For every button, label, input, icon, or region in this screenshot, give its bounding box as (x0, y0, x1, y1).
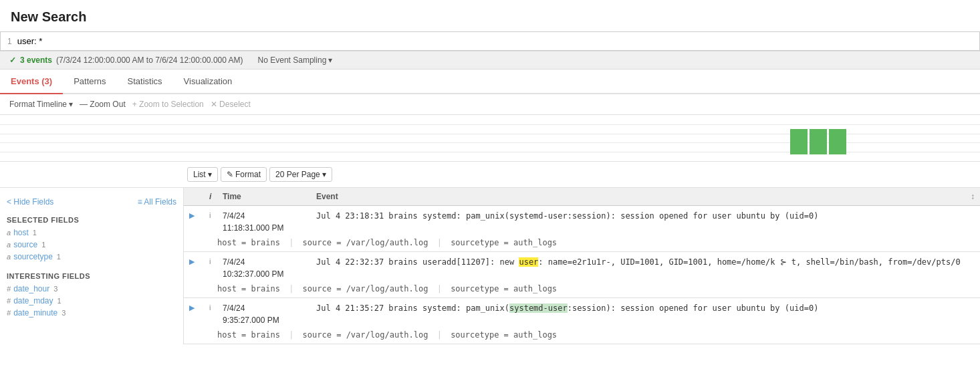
hide-fields-button[interactable]: < Hide Fields (7, 197, 53, 207)
field-name-source[interactable]: source (13, 240, 37, 249)
event-row-main-3: ▶ i 7/4/24 9:35:27.000 PM Jul 4 21:35:27… (184, 298, 980, 330)
event-text-post-3: :session): session opened for user ubunt… (568, 303, 819, 313)
sampling-label: No Event Sampling (258, 55, 327, 65)
row-event-text-1: Jul 4 23:18:31 brains systemd: pam_unix(… (316, 210, 975, 222)
zoom-to-selection-label: + Zoom to Selection (132, 100, 204, 109)
format-label: ✎ Format (227, 170, 261, 179)
field-name-host[interactable]: host (13, 228, 29, 237)
expand-row-1-button[interactable]: ▶ (189, 210, 209, 220)
row-time-2: 7/4/24 10:32:37.000 PM (223, 256, 316, 280)
row-time-1: 7/4/24 11:18:31.000 PM (223, 210, 316, 234)
field-item-host: a host 1 (0, 227, 183, 239)
meta-sep: | (437, 330, 442, 340)
tab-visualization[interactable]: Visualization (173, 70, 243, 94)
search-input[interactable] (17, 36, 973, 46)
tab-statistics[interactable]: Statistics (117, 70, 173, 94)
format-button[interactable]: ✎ Format (221, 167, 267, 182)
table-row: ▶ i 7/4/24 11:18:31.000 PM Jul 4 23:18:3… (184, 206, 980, 252)
meta-sep: | (437, 284, 442, 293)
selected-fields-label: SELECTED FIELDS (0, 212, 183, 227)
result-bar: ✓ 3 events (7/3/24 12:00:00.000 AM to 7/… (0, 51, 980, 70)
format-timeline-label: Format Timeline (9, 100, 67, 109)
field-count-source: 1 (41, 241, 45, 249)
meta-sep: | (437, 238, 442, 247)
th-time: Time (223, 192, 316, 201)
page-title: New Search (0, 0, 980, 31)
per-page-label: 20 Per Page (275, 170, 320, 179)
field-name-sourcetype[interactable]: sourcetype (13, 252, 53, 261)
zoom-to-selection-button[interactable]: + Zoom to Selection (132, 100, 204, 109)
event-highlight-3: systemd-user (509, 303, 568, 313)
sampling-chevron-icon: ▾ (328, 55, 332, 65)
field-item-date-minute: # date_minute 3 (0, 307, 183, 319)
field-item-source: a source 1 (0, 239, 183, 251)
field-count-host: 1 (33, 229, 37, 237)
search-bar: 1 (0, 31, 980, 51)
expand-row-3-button[interactable]: ▶ (189, 302, 209, 312)
deselect-label: ✕ Deselect (211, 100, 251, 109)
field-item-sourcetype: a sourcetype 1 (0, 251, 183, 263)
timeline-bar-2 (810, 129, 827, 154)
result-range: (7/3/24 12:00:00.000 AM to 7/6/24 12:00:… (56, 55, 243, 65)
field-name-date-minute[interactable]: date_minute (13, 308, 57, 318)
per-page-button[interactable]: 20 Per Page ▾ (269, 167, 332, 182)
field-count-date-mday: 1 (57, 297, 62, 305)
row-meta-3: host = brains | source = /var/log/auth.l… (184, 330, 980, 344)
event-text-post-2: : name=e2r1u1r-, UID=1001, GID=1001, hom… (538, 257, 960, 267)
row-info-icon-1: i (209, 210, 223, 219)
field-type-source: a (7, 241, 11, 249)
expand-row-2-button[interactable]: ▶ (189, 256, 209, 266)
row-meta-1: host = brains | source = /var/log/auth.l… (184, 238, 980, 251)
timeline-bars (790, 129, 846, 154)
event-row-main-2: ▶ i 7/4/24 10:32:37.000 PM Jul 4 22:32:3… (184, 252, 980, 284)
field-type-date-minute: # (7, 309, 11, 317)
event-text-pre-2: Jul 4 22:32:37 brains useradd[11207]: ne… (316, 257, 519, 267)
timeline-bar-3 (829, 129, 846, 154)
controls-row: List ▾ ✎ Format 20 Per Page ▾ (0, 162, 980, 188)
all-fields-button[interactable]: ≡ All Fields (138, 197, 176, 207)
list-chevron-icon: ▾ (208, 170, 212, 179)
tab-events[interactable]: Events (3) (0, 70, 63, 94)
row-info-icon-2: i (209, 256, 223, 265)
main-content: < Hide Fields ≡ All Fields SELECTED FIEL… (0, 188, 980, 344)
event-highlight-2: user (519, 257, 538, 267)
field-item-date-hour: # date_hour 3 (0, 283, 183, 295)
table-row: ▶ i 7/4/24 10:32:37.000 PM Jul 4 22:32:3… (184, 252, 980, 298)
interesting-fields-label: INTERESTING FIELDS (0, 268, 183, 283)
field-count-date-minute: 3 (62, 309, 66, 317)
field-item-date-mday: # date_mday 1 (0, 295, 183, 307)
timeline-toolbar: Format Timeline ▾ — Zoom Out + Zoom to S… (0, 94, 980, 115)
row-meta-2: host = brains | source = /var/log/auth.l… (184, 284, 980, 297)
event-row-main-1: ▶ i 7/4/24 11:18:31.000 PM Jul 4 23:18:3… (184, 206, 980, 238)
tab-patterns[interactable]: Patterns (63, 70, 116, 94)
sort-icon[interactable]: ↕ (971, 192, 975, 201)
row-time-3: 7/4/24 9:35:27.000 PM (223, 302, 316, 326)
field-name-date-hour[interactable]: date_hour (13, 284, 49, 293)
page-container: New Search 1 ✓ 3 events (7/3/24 12:00:00… (0, 0, 980, 367)
list-button[interactable]: List ▾ (187, 167, 218, 182)
result-check-icon: ✓ (9, 55, 16, 65)
field-type-sourcetype: a (7, 253, 11, 261)
meta-sep: | (289, 284, 293, 293)
event-sampling-button[interactable]: No Event Sampling ▾ (258, 55, 333, 65)
deselect-button[interactable]: ✕ Deselect (211, 100, 251, 109)
meta-sep: | (289, 330, 293, 340)
meta-sep: | (289, 238, 293, 247)
timeline-bar-1 (790, 129, 808, 154)
row-event-text-2: Jul 4 22:32:37 brains useradd[11207]: ne… (316, 256, 975, 268)
format-timeline-button[interactable]: Format Timeline ▾ (9, 100, 73, 109)
zoom-out-button[interactable]: — Zoom Out (80, 100, 126, 109)
line-number: 1 (7, 37, 12, 46)
event-text-pre-3: Jul 4 21:35:27 brains systemd: pam_unix( (316, 303, 509, 313)
field-type-host: a (7, 229, 11, 237)
field-type-date-hour: # (7, 285, 11, 293)
per-page-chevron-icon: ▾ (322, 170, 326, 179)
th-event: Event (316, 192, 971, 201)
tabs-bar: Events (3) Patterns Statistics Visualiza… (0, 70, 980, 94)
row-event-text-3: Jul 4 21:35:27 brains systemd: pam_unix(… (316, 302, 975, 314)
format-timeline-chevron-icon: ▾ (69, 100, 73, 109)
field-type-date-mday: # (7, 297, 11, 305)
field-name-date-mday[interactable]: date_mday (13, 296, 53, 305)
list-label: List (193, 170, 206, 179)
sidebar-header: < Hide Fields ≡ All Fields (0, 195, 183, 212)
